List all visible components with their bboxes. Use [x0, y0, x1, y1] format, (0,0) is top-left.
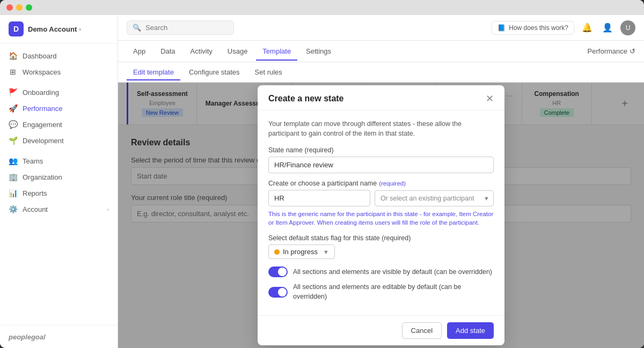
modal-description: Your template can move through different…: [268, 119, 494, 139]
chevron-right-icon: ›: [79, 26, 81, 32]
sub-tab-edit-template[interactable]: Edit template: [127, 65, 180, 80]
modal-body: Your template can move through different…: [258, 110, 504, 316]
search-box[interactable]: 🔍: [127, 20, 234, 35]
status-label: Select default status flag for this stat…: [268, 234, 494, 242]
participant-select-wrap: Or select an existing participant ▼: [375, 190, 494, 206]
sidebar-item-label: Account: [23, 205, 48, 213]
performance-button[interactable]: Performance ↺: [588, 47, 635, 55]
peoplegoal-logo: peoplegoal: [9, 333, 46, 341]
reports-icon: 📊: [9, 189, 17, 197]
toggle-visible[interactable]: [268, 266, 288, 277]
book-icon: 📘: [497, 24, 506, 32]
close-button[interactable]: [6, 4, 13, 11]
sidebar-item-workspaces[interactable]: ⊞ Workspaces: [0, 64, 118, 80]
topbar: 🔍 📘 How does this work? 🔔 👤 U: [118, 15, 644, 41]
sidebar-item-label: Dashboard: [23, 52, 57, 60]
sidebar-item-onboarding[interactable]: 🚩 Onboarding: [0, 84, 118, 100]
toggle-editable-label: All sections and elements are editable b…: [293, 283, 494, 301]
modal-header: Create a new state ✕: [258, 85, 504, 110]
sub-tab-set-rules[interactable]: Set rules: [248, 65, 289, 80]
performance-icon: 🚀: [9, 104, 17, 113]
titlebar: [0, 0, 644, 15]
sidebar-account-label[interactable]: Demo Account ›: [28, 25, 81, 33]
sidebar-item-teams[interactable]: 👥 Teams: [0, 153, 118, 169]
sidebar-item-engagement[interactable]: 💬 Engagement: [0, 116, 118, 132]
tab-template[interactable]: Template: [256, 43, 297, 61]
cancel-button[interactable]: Cancel: [402, 322, 442, 339]
toggle-row-2: All sections and elements are editable b…: [268, 283, 494, 301]
sub-tab-nav: Edit template Configure states Set rules: [118, 62, 644, 83]
tab-settings[interactable]: Settings: [299, 43, 338, 61]
sidebar-item-dashboard[interactable]: 🏠 Dashboard: [0, 48, 118, 64]
engagement-icon: 💬: [9, 120, 17, 129]
development-icon: 🌱: [9, 136, 17, 145]
onboarding-icon: 🚩: [9, 88, 17, 97]
workspaces-icon: ⊞: [9, 68, 17, 76]
avatar[interactable]: U: [620, 20, 635, 35]
toggle-knob: [278, 268, 287, 276]
sidebar-item-label: Performance: [23, 105, 62, 113]
toggle-row-1: All sections and elements are visible by…: [268, 266, 494, 277]
status-dropdown[interactable]: In progress ▼: [268, 245, 335, 259]
teams-icon: 👥: [9, 157, 17, 165]
sidebar: D Demo Account › 🏠 Dashboard ⊞ Workspace…: [0, 15, 118, 348]
how-does-this-work-button[interactable]: 📘 How does this work?: [492, 21, 574, 35]
add-state-button[interactable]: Add state: [447, 322, 494, 339]
main-content: 🔍 📘 How does this work? 🔔 👤 U App Data: [118, 15, 644, 348]
sidebar-logo: D: [9, 21, 24, 36]
sub-tab-configure-states[interactable]: Configure states: [182, 65, 246, 80]
toggle-visible-label: All sections and elements are visible by…: [293, 268, 492, 277]
sidebar-item-label: Reports: [23, 189, 47, 197]
sidebar-item-label: Development: [23, 137, 64, 145]
traffic-lights: [6, 4, 32, 11]
user-icon[interactable]: 👤: [600, 20, 615, 35]
sidebar-item-account[interactable]: ⚙️ Account ›: [0, 201, 118, 217]
notifications-icon[interactable]: 🔔: [580, 20, 595, 35]
sidebar-item-label: Onboarding: [23, 88, 59, 97]
content-area: Self-assessment Employee New Review Mana…: [118, 83, 644, 348]
sidebar-item-organization[interactable]: 🏢 Organization: [0, 169, 118, 185]
search-icon: 🔍: [133, 24, 141, 32]
tab-app[interactable]: App: [127, 43, 152, 61]
modal-title: Create a new state: [268, 94, 344, 103]
account-icon: ⚙️: [9, 205, 17, 213]
participant-name-label: Create or choose a participant name (req…: [268, 180, 494, 187]
modal-footer: Cancel Add state: [258, 315, 504, 345]
sidebar-item-performance[interactable]: 🚀 Performance: [0, 100, 118, 116]
modal-overlay: Create a new state ✕ Your template can m…: [118, 83, 644, 348]
status-section: Select default status flag for this stat…: [268, 234, 494, 259]
sidebar-footer: peoplegoal: [0, 325, 118, 348]
sidebar-item-label: Organization: [23, 173, 62, 181]
tab-nav: App Data Activity Usage Template Setting…: [118, 41, 644, 62]
participant-input[interactable]: [268, 190, 370, 206]
sidebar-item-label: Teams: [23, 157, 43, 165]
maximize-button[interactable]: [26, 4, 32, 11]
create-state-modal: Create a new state ✕ Your template can m…: [258, 85, 504, 346]
organization-icon: 🏢: [9, 173, 17, 181]
tab-activity[interactable]: Activity: [184, 43, 219, 61]
dashboard-icon: 🏠: [9, 51, 17, 60]
search-input[interactable]: [145, 24, 228, 32]
toggle-editable[interactable]: [268, 287, 288, 298]
topbar-right: 📘 How does this work? 🔔 👤 U: [492, 20, 635, 35]
status-value: In progress: [283, 248, 318, 256]
modal-close-button[interactable]: ✕: [486, 94, 494, 103]
minimize-button[interactable]: [16, 4, 23, 11]
state-name-input[interactable]: [268, 157, 494, 173]
toggle-knob-2: [278, 288, 287, 297]
chevron-down-icon-2: ▼: [323, 249, 329, 255]
sidebar-item-reports[interactable]: 📊 Reports: [0, 185, 118, 201]
participant-row: Or select an existing participant ▼: [268, 190, 494, 206]
sidebar-item-label: Engagement: [23, 121, 62, 129]
tab-data[interactable]: Data: [154, 43, 181, 61]
tab-usage[interactable]: Usage: [221, 43, 254, 61]
required-badge: (required): [379, 180, 406, 187]
sidebar-item-label: Workspaces: [23, 68, 61, 76]
sidebar-nav: 🏠 Dashboard ⊞ Workspaces 🚩 Onboarding 🚀 …: [0, 43, 118, 325]
chevron-right-icon: ›: [107, 206, 109, 212]
sidebar-header: D Demo Account ›: [0, 15, 118, 43]
state-name-label: State name (required): [268, 146, 494, 154]
participant-select[interactable]: Or select an existing participant: [375, 190, 494, 206]
status-dot: [274, 249, 280, 255]
sidebar-item-development[interactable]: 🌱 Development: [0, 132, 118, 149]
